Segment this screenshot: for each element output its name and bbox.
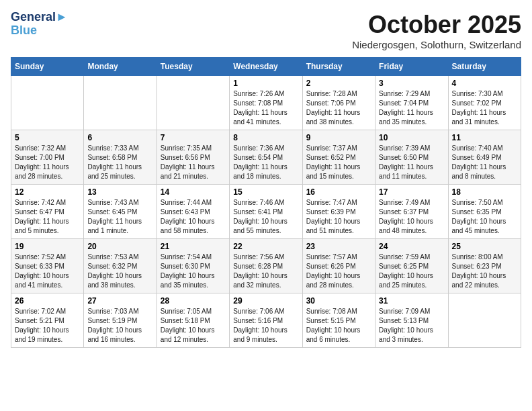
logo-text: General► Blue [11,11,68,38]
calendar-cell: 30Sunrise: 7:08 AM Sunset: 5:15 PM Dayli… [302,293,375,348]
day-number: 16 [306,187,371,197]
day-info: Sunrise: 7:29 AM Sunset: 7:04 PM Dayligh… [379,89,444,127]
day-info: Sunrise: 7:09 AM Sunset: 5:13 PM Dayligh… [379,307,444,345]
weekday-header: Friday [375,58,448,76]
calendar-cell: 19Sunrise: 7:52 AM Sunset: 6:33 PM Dayli… [11,239,84,293]
calendar-cell: 4Sunrise: 7:30 AM Sunset: 7:02 PM Daylig… [448,76,521,130]
calendar-cell: 7Sunrise: 7:35 AM Sunset: 6:56 PM Daylig… [157,130,229,185]
day-number: 9 [306,133,371,142]
calendar-cell: 31Sunrise: 7:09 AM Sunset: 5:13 PM Dayli… [375,293,448,348]
day-info: Sunrise: 7:33 AM Sunset: 6:58 PM Dayligh… [87,144,152,181]
day-info: Sunrise: 7:32 AM Sunset: 7:00 PM Dayligh… [15,144,80,181]
day-info: Sunrise: 7:26 AM Sunset: 7:08 PM Dayligh… [233,89,298,127]
day-info: Sunrise: 7:03 AM Sunset: 5:19 PM Dayligh… [87,307,152,345]
calendar-cell: 26Sunrise: 7:02 AM Sunset: 5:21 PM Dayli… [11,293,84,348]
day-number: 21 [161,242,226,251]
day-number: 31 [379,296,444,306]
day-info: Sunrise: 7:47 AM Sunset: 6:39 PM Dayligh… [306,198,371,236]
calendar-cell: 20Sunrise: 7:53 AM Sunset: 6:32 PM Dayli… [84,239,157,293]
day-info: Sunrise: 7:40 AM Sunset: 6:49 PM Dayligh… [452,144,517,181]
day-number: 30 [306,296,371,306]
weekday-header: Monday [84,58,157,76]
day-info: Sunrise: 7:50 AM Sunset: 6:35 PM Dayligh… [452,198,517,236]
location: Niedergosgen, Solothurn, Switzerland [352,39,521,50]
calendar-cell: 13Sunrise: 7:43 AM Sunset: 6:45 PM Dayli… [84,185,157,239]
day-number: 27 [87,296,152,306]
day-number: 26 [15,296,80,306]
calendar-cell: 28Sunrise: 7:05 AM Sunset: 5:18 PM Dayli… [157,293,229,348]
day-info: Sunrise: 7:42 AM Sunset: 6:47 PM Dayligh… [15,198,80,236]
day-number: 2 [306,79,371,88]
calendar-cell: 11Sunrise: 7:40 AM Sunset: 6:49 PM Dayli… [448,130,521,185]
calendar-week-row: 1Sunrise: 7:26 AM Sunset: 7:08 PM Daylig… [11,76,521,130]
day-number: 17 [379,187,444,197]
day-number: 13 [87,187,152,197]
day-info: Sunrise: 7:30 AM Sunset: 7:02 PM Dayligh… [452,89,517,127]
day-number: 10 [379,133,444,142]
calendar-week-row: 19Sunrise: 7:52 AM Sunset: 6:33 PM Dayli… [11,239,521,293]
calendar-cell: 15Sunrise: 7:46 AM Sunset: 6:41 PM Dayli… [230,185,302,239]
day-info: Sunrise: 7:52 AM Sunset: 6:33 PM Dayligh… [15,253,80,290]
calendar-cell [157,76,229,130]
calendar-week-row: 5Sunrise: 7:32 AM Sunset: 7:00 PM Daylig… [11,130,521,185]
day-number: 12 [15,187,80,197]
weekday-header: Tuesday [157,58,229,76]
day-number: 14 [161,187,226,197]
day-number: 11 [452,133,517,142]
day-number: 20 [87,242,152,251]
calendar-cell: 1Sunrise: 7:26 AM Sunset: 7:08 PM Daylig… [230,76,302,130]
day-number: 18 [452,187,517,197]
day-info: Sunrise: 7:39 AM Sunset: 6:50 PM Dayligh… [379,144,444,181]
day-info: Sunrise: 7:59 AM Sunset: 6:25 PM Dayligh… [379,253,444,290]
weekday-header: Wednesday [230,58,302,76]
weekday-header-row: SundayMondayTuesdayWednesdayThursdayFrid… [11,58,521,76]
day-number: 8 [233,133,298,142]
calendar-cell: 27Sunrise: 7:03 AM Sunset: 5:19 PM Dayli… [84,293,157,348]
calendar-cell: 2Sunrise: 7:28 AM Sunset: 7:06 PM Daylig… [302,76,375,130]
day-info: Sunrise: 7:06 AM Sunset: 5:16 PM Dayligh… [233,307,298,345]
day-number: 22 [233,242,298,251]
month-title: October 2025 [352,11,521,39]
day-number: 19 [15,242,80,251]
calendar-week-row: 26Sunrise: 7:02 AM Sunset: 5:21 PM Dayli… [11,293,521,348]
calendar-cell: 17Sunrise: 7:49 AM Sunset: 6:37 PM Dayli… [375,185,448,239]
day-number: 29 [233,296,298,306]
day-number: 4 [452,79,517,88]
calendar-cell: 10Sunrise: 7:39 AM Sunset: 6:50 PM Dayli… [375,130,448,185]
calendar-cell [448,293,521,348]
calendar-cell: 14Sunrise: 7:44 AM Sunset: 6:43 PM Dayli… [157,185,229,239]
calendar-cell: 22Sunrise: 7:56 AM Sunset: 6:28 PM Dayli… [230,239,302,293]
day-number: 1 [233,79,298,88]
weekday-header: Saturday [448,58,521,76]
calendar-cell: 23Sunrise: 7:57 AM Sunset: 6:26 PM Dayli… [302,239,375,293]
calendar-week-row: 12Sunrise: 7:42 AM Sunset: 6:47 PM Dayli… [11,185,521,239]
calendar-cell: 5Sunrise: 7:32 AM Sunset: 7:00 PM Daylig… [11,130,84,185]
day-info: Sunrise: 7:53 AM Sunset: 6:32 PM Dayligh… [87,253,152,290]
calendar-cell: 6Sunrise: 7:33 AM Sunset: 6:58 PM Daylig… [84,130,157,185]
day-number: 23 [306,242,371,251]
day-info: Sunrise: 7:02 AM Sunset: 5:21 PM Dayligh… [15,307,80,345]
day-number: 15 [233,187,298,197]
day-info: Sunrise: 7:36 AM Sunset: 6:54 PM Dayligh… [233,144,298,181]
day-number: 5 [15,133,80,142]
page-header: General► Blue October 2025 Niedergosgen,… [11,11,521,50]
calendar-cell: 16Sunrise: 7:47 AM Sunset: 6:39 PM Dayli… [302,185,375,239]
day-info: Sunrise: 7:43 AM Sunset: 6:45 PM Dayligh… [87,198,152,236]
calendar-cell: 18Sunrise: 7:50 AM Sunset: 6:35 PM Dayli… [448,185,521,239]
calendar-cell: 12Sunrise: 7:42 AM Sunset: 6:47 PM Dayli… [11,185,84,239]
calendar-table: SundayMondayTuesdayWednesdayThursdayFrid… [11,57,521,348]
day-number: 3 [379,79,444,88]
day-info: Sunrise: 7:56 AM Sunset: 6:28 PM Dayligh… [233,253,298,290]
day-info: Sunrise: 7:28 AM Sunset: 7:06 PM Dayligh… [306,89,371,127]
day-number: 6 [87,133,152,142]
calendar-cell: 24Sunrise: 7:59 AM Sunset: 6:25 PM Dayli… [375,239,448,293]
calendar-cell: 25Sunrise: 8:00 AM Sunset: 6:23 PM Dayli… [448,239,521,293]
day-info: Sunrise: 8:00 AM Sunset: 6:23 PM Dayligh… [452,253,517,290]
calendar-cell: 21Sunrise: 7:54 AM Sunset: 6:30 PM Dayli… [157,239,229,293]
title-block: October 2025 Niedergosgen, Solothurn, Sw… [352,11,521,50]
day-info: Sunrise: 7:37 AM Sunset: 6:52 PM Dayligh… [306,144,371,181]
day-number: 24 [379,242,444,251]
weekday-header: Sunday [11,58,84,76]
calendar-cell: 3Sunrise: 7:29 AM Sunset: 7:04 PM Daylig… [375,76,448,130]
weekday-header: Thursday [302,58,375,76]
